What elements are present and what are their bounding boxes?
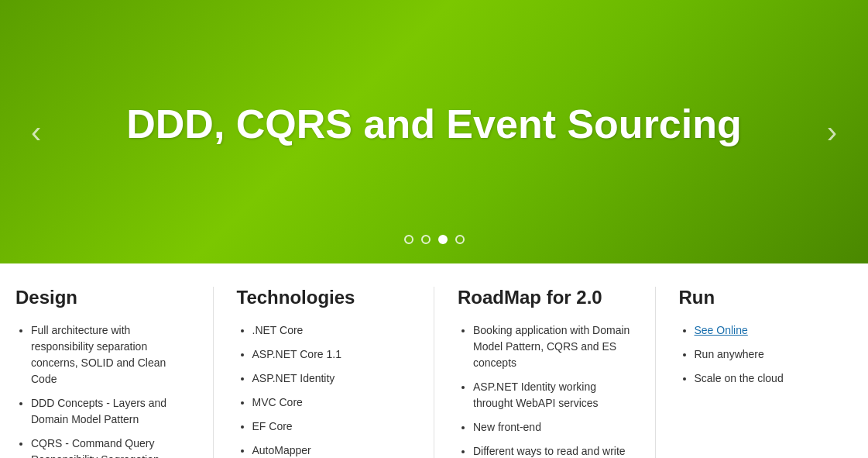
hero-dot-2[interactable] bbox=[421, 235, 431, 244]
hero-dot-1[interactable] bbox=[404, 235, 413, 244]
design-title: Design bbox=[15, 287, 190, 308]
hero-dot-3[interactable] bbox=[438, 235, 448, 244]
list-item: Scale on the cloud bbox=[695, 370, 853, 387]
roadmap-title: RoadMap for 2.0 bbox=[458, 287, 632, 308]
see-online-item: See Online bbox=[695, 322, 853, 339]
hero-dots bbox=[404, 235, 465, 244]
list-item: Full architecture with responsibility se… bbox=[31, 322, 190, 387]
divider-2 bbox=[434, 287, 434, 458]
content-section: Design Full architecture with responsibi… bbox=[0, 263, 868, 458]
design-column: Design Full architecture with responsibi… bbox=[15, 287, 190, 458]
hero-nav-right[interactable]: › bbox=[811, 107, 853, 157]
run-column: Run See Online Run anywhere Scale on the… bbox=[679, 287, 853, 458]
list-item: MVC Core bbox=[252, 394, 411, 411]
hero-dot-4[interactable] bbox=[455, 235, 465, 244]
list-item: AutoMapper bbox=[252, 443, 411, 458]
divider-1 bbox=[213, 287, 214, 458]
run-list: See Online Run anywhere Scale on the clo… bbox=[679, 322, 853, 387]
hero-nav-left[interactable]: ‹ bbox=[15, 107, 57, 157]
technologies-list: .NET Core ASP.NET Core 1.1 ASP.NET Ident… bbox=[237, 322, 411, 458]
roadmap-column: RoadMap for 2.0 Booking application with… bbox=[458, 287, 632, 458]
design-list: Full architecture with responsibility se… bbox=[15, 322, 190, 458]
technologies-title: Technologies bbox=[237, 287, 411, 308]
see-online-link[interactable]: See Online bbox=[695, 324, 748, 336]
list-item: ASP.NET Identity working throught WebAPI… bbox=[473, 379, 632, 412]
list-item: CQRS - Command Query Responsibility Segr… bbox=[31, 436, 190, 458]
list-item: Run anywhere bbox=[695, 346, 853, 363]
run-title: Run bbox=[679, 287, 853, 308]
list-item: Booking application with Domain Model Pa… bbox=[473, 322, 632, 371]
list-item: DDD Concepts - Layers and Domain Model P… bbox=[31, 395, 190, 428]
list-item: New front-end bbox=[473, 419, 632, 436]
technologies-column: Technologies .NET Core ASP.NET Core 1.1 … bbox=[237, 287, 411, 458]
list-item: EF Core bbox=[252, 418, 411, 435]
list-item: Different ways to read and write data. bbox=[473, 443, 632, 458]
roadmap-list: Booking application with Domain Model Pa… bbox=[458, 322, 632, 458]
list-item: ASP.NET Identity bbox=[252, 370, 411, 387]
hero-section: DDD, CQRS and Event Sourcing ‹ › bbox=[0, 0, 868, 263]
list-item: ASP.NET Core 1.1 bbox=[252, 346, 411, 363]
hero-title: DDD, CQRS and Event Sourcing bbox=[126, 101, 742, 147]
list-item: .NET Core bbox=[252, 322, 411, 339]
divider-3 bbox=[655, 287, 656, 458]
